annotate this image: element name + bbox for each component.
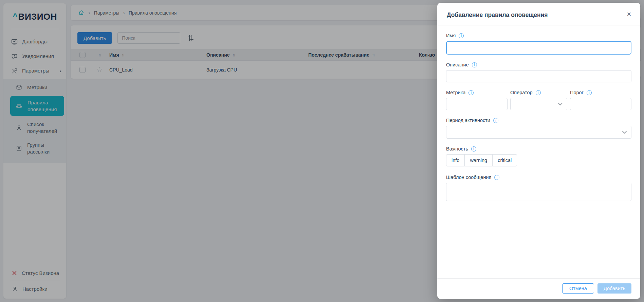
severity-label: Важность — [446, 146, 468, 152]
metric-label: Метрика — [446, 90, 465, 95]
field-template: Шаблон сообщения i — [446, 175, 631, 202]
severity-segmented-control: info warning critical — [446, 154, 517, 166]
metric-input[interactable] — [446, 98, 508, 110]
info-icon[interactable]: i — [493, 118, 498, 123]
description-input[interactable] — [446, 70, 631, 82]
operator-label: Оператор — [510, 90, 533, 95]
name-label: Имя — [446, 33, 456, 38]
threshold-input[interactable] — [570, 98, 631, 110]
drawer-header: Добавление правила оповещения ✕ — [437, 3, 640, 25]
operator-select[interactable] — [510, 98, 567, 110]
field-metric-operator-threshold: Метрика i Оператор i Порог — [446, 90, 631, 110]
field-severity: Важность i info warning critical — [446, 146, 631, 166]
info-icon[interactable]: i — [471, 146, 476, 152]
drawer-form: Имя i Описание i Метрика i Опера — [437, 25, 640, 278]
info-icon[interactable]: i — [459, 33, 464, 38]
info-icon[interactable]: i — [536, 90, 541, 95]
chevron-down-icon — [622, 130, 627, 134]
field-description: Описание i — [446, 62, 631, 82]
template-textarea[interactable] — [446, 183, 631, 201]
severity-option-critical[interactable]: critical — [492, 154, 517, 166]
description-label: Описание — [446, 62, 469, 67]
field-threshold: Порог i — [570, 90, 631, 110]
close-icon[interactable]: ✕ — [627, 12, 631, 17]
info-icon[interactable]: i — [494, 175, 499, 180]
info-icon[interactable]: i — [587, 90, 592, 95]
field-metric: Метрика i — [446, 90, 508, 110]
severity-option-warning[interactable]: warning — [464, 154, 493, 166]
field-period: Период активности i — [446, 118, 631, 139]
cancel-button[interactable]: Отмена — [562, 283, 594, 294]
drawer-footer: Отмена Добавить — [437, 278, 640, 299]
period-label: Период активности — [446, 118, 490, 123]
name-input[interactable] — [446, 41, 631, 55]
drawer-title: Добавление правила оповещения — [447, 12, 631, 19]
field-operator: Оператор i — [510, 90, 567, 110]
add-rule-drawer: Добавление правила оповещения ✕ Имя i Оп… — [437, 3, 640, 299]
severity-option-info[interactable]: info — [446, 154, 465, 166]
info-icon[interactable]: i — [468, 90, 474, 95]
field-name: Имя i — [446, 33, 631, 55]
info-icon[interactable]: i — [472, 62, 477, 67]
period-select[interactable] — [446, 126, 631, 139]
submit-button[interactable]: Добавить — [597, 283, 631, 294]
chevron-down-icon — [558, 102, 563, 106]
threshold-label: Порог — [570, 90, 584, 95]
template-label: Шаблон сообщения — [446, 175, 491, 180]
